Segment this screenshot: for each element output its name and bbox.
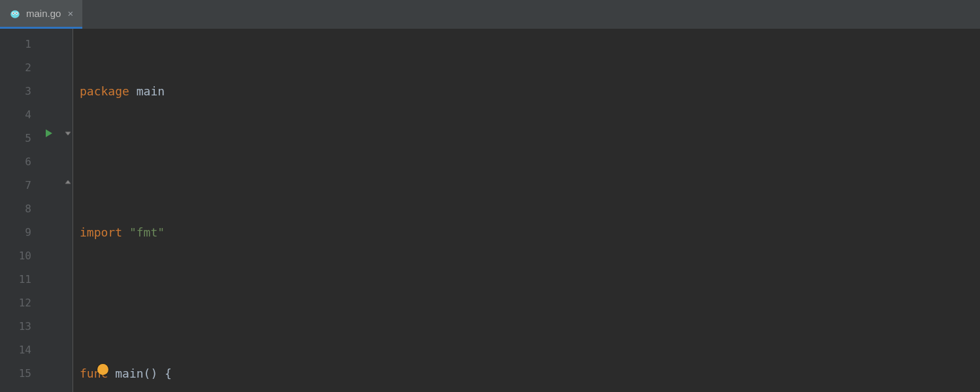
svg-point-5 bbox=[14, 15, 16, 16]
code-line[interactable] bbox=[80, 291, 980, 315]
line-number[interactable]: 5 bbox=[0, 127, 31, 150]
editor[interactable]: 1 2 3 4 5 6 7 8 9 10 11 12 13 14 15 pack… bbox=[0, 29, 980, 392]
run-icon[interactable] bbox=[44, 127, 54, 141]
line-number[interactable]: 10 bbox=[0, 244, 31, 268]
close-icon[interactable]: × bbox=[67, 8, 73, 19]
line-number[interactable]: 4 bbox=[0, 103, 31, 127]
line-number[interactable]: 7 bbox=[0, 174, 31, 197]
line-number[interactable]: 14 bbox=[0, 338, 31, 362]
svg-point-4 bbox=[16, 12, 18, 14]
code-line[interactable]: package main bbox=[80, 80, 980, 103]
fold-open-icon[interactable] bbox=[63, 129, 73, 139]
code-line[interactable]: import "fmt" bbox=[80, 221, 980, 244]
line-number[interactable]: 9 bbox=[0, 221, 31, 244]
tab-bar: main.go × bbox=[0, 0, 980, 29]
fold-close-icon[interactable] bbox=[63, 178, 73, 188]
tab-filename: main.go bbox=[26, 8, 61, 19]
go-file-icon bbox=[9, 8, 21, 20]
line-number[interactable]: 11 bbox=[0, 268, 31, 291]
line-number[interactable]: 6 bbox=[0, 150, 31, 174]
line-number[interactable]: 15 bbox=[0, 362, 31, 385]
line-number[interactable]: 8 bbox=[0, 197, 31, 221]
run-gutter bbox=[38, 29, 64, 392]
file-tab[interactable]: main.go × bbox=[0, 0, 82, 29]
line-number-gutter[interactable]: 1 2 3 4 5 6 7 8 9 10 11 12 13 14 15 bbox=[0, 29, 38, 392]
line-number[interactable]: 2 bbox=[0, 56, 31, 80]
svg-point-0 bbox=[10, 10, 20, 18]
svg-point-3 bbox=[13, 12, 14, 14]
intention-bulb-icon[interactable] bbox=[97, 364, 108, 375]
code-line[interactable]: func main() { bbox=[80, 362, 980, 385]
code-line[interactable] bbox=[80, 150, 980, 174]
line-number[interactable]: 13 bbox=[0, 315, 31, 338]
line-number[interactable]: 12 bbox=[0, 291, 31, 315]
code-area[interactable]: package main import "fmt" func main() { … bbox=[73, 29, 980, 392]
fold-gutter bbox=[64, 29, 73, 392]
line-number[interactable]: 1 bbox=[0, 33, 31, 56]
line-number[interactable]: 3 bbox=[0, 80, 31, 103]
